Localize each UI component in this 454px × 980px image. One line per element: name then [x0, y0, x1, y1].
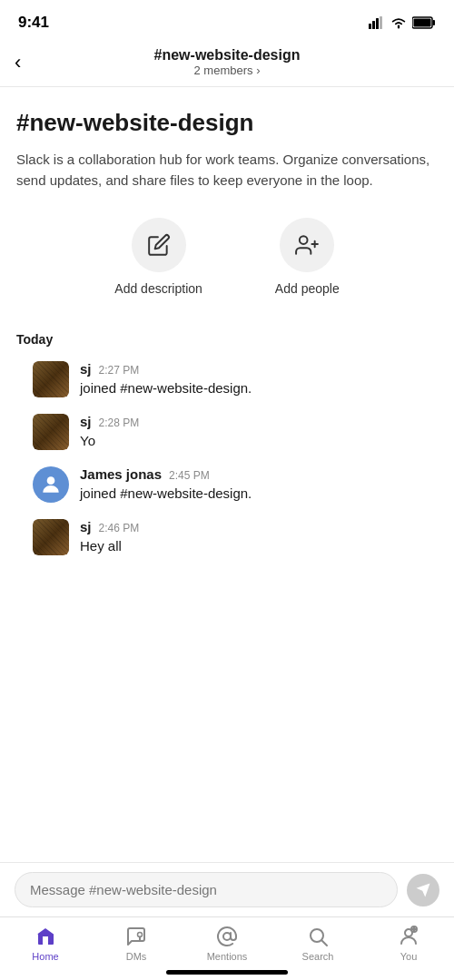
back-button[interactable]: ‹ [15, 51, 21, 74]
status-icons [369, 16, 436, 29]
home-label: Home [32, 951, 58, 962]
svg-point-12 [223, 933, 231, 940]
message-author: sj [80, 519, 92, 534]
add-description-button[interactable]: Add description [114, 218, 202, 296]
message-text: Hey all [80, 536, 421, 555]
sj-avatar [33, 361, 69, 397]
message-meta: sj 2:28 PM [80, 414, 421, 429]
table-row: sj 2:46 PM Hey all [33, 519, 421, 555]
message-author: sj [80, 361, 92, 377]
nav-item-dms[interactable]: DMs [91, 925, 182, 962]
search-label: Search [302, 951, 334, 962]
svg-rect-3 [380, 16, 382, 29]
dms-icon [124, 925, 148, 948]
nav-item-home[interactable]: Home [0, 925, 91, 962]
member-count[interactable]: 2 members › [154, 64, 301, 77]
dms-label: DMs [126, 951, 147, 962]
message-time: 2:27 PM [99, 364, 140, 377]
channel-header: ‹ #new-website-design 2 members › [0, 40, 454, 87]
message-text: joined #new-website-design. [80, 484, 421, 503]
message-author: James jonas [80, 466, 162, 482]
table-row: sj 2:28 PM Yo [33, 414, 421, 450]
status-bar: 9:41 [0, 0, 454, 40]
message-content: James jonas 2:45 PM joined #new-website-… [80, 466, 421, 503]
channel-description-text: Slack is a collaboration hub for work te… [16, 150, 438, 191]
svg-rect-1 [372, 21, 375, 29]
status-time: 9:41 [18, 14, 49, 32]
pencil-icon [147, 233, 171, 257]
add-people-label: Add people [275, 281, 340, 296]
nav-item-mentions[interactable]: Mentions [182, 925, 272, 962]
svg-rect-0 [369, 24, 371, 29]
message-content: sj 2:46 PM Hey all [80, 519, 421, 555]
message-text: Yo [80, 431, 421, 450]
message-time: 2:45 PM [169, 469, 210, 482]
add-description-icon-circle [132, 218, 186, 272]
svg-rect-6 [414, 19, 431, 27]
messages-list: sj 2:27 PM joined #new-website-design. s… [16, 361, 438, 555]
add-person-icon [295, 233, 319, 257]
search-icon [306, 925, 330, 948]
header-channel-name: #new-website-design [154, 47, 301, 64]
message-meta: sj 2:27 PM [80, 361, 421, 377]
battery-icon [412, 16, 436, 29]
message-meta: James jonas 2:45 PM [80, 466, 421, 482]
mentions-icon [215, 925, 239, 948]
send-button[interactable] [407, 874, 439, 906]
message-author: sj [80, 414, 92, 429]
message-time: 2:46 PM [99, 522, 140, 534]
avatar [33, 361, 69, 397]
wifi-icon [390, 16, 407, 29]
table-row: sj 2:27 PM joined #new-website-design. [33, 361, 421, 397]
you-icon [397, 925, 420, 948]
message-input[interactable] [15, 872, 398, 907]
add-people-button[interactable]: Add people [275, 218, 340, 296]
svg-line-14 [322, 941, 328, 946]
send-icon [415, 882, 431, 898]
svg-rect-2 [376, 18, 379, 29]
date-divider: Today [16, 332, 438, 347]
avatar [33, 519, 69, 555]
message-input-bar [0, 862, 454, 916]
table-row: James jonas 2:45 PM joined #new-website-… [33, 466, 421, 503]
message-meta: sj 2:46 PM [80, 519, 421, 534]
add-people-icon-circle [280, 218, 334, 272]
home-indicator [166, 970, 288, 975]
avatar [33, 466, 69, 503]
channel-info-section: #new-website-design Slack is a collabora… [0, 87, 454, 581]
svg-point-10 [47, 476, 55, 485]
channel-title: #new-website-design [16, 109, 438, 137]
header-center: #new-website-design 2 members › [154, 47, 301, 77]
nav-item-search[interactable]: Search [272, 925, 363, 962]
channel-action-buttons: Add description Add people [16, 218, 438, 296]
home-icon [34, 925, 57, 948]
nav-item-you[interactable]: You [363, 925, 454, 962]
message-content: sj 2:28 PM Yo [80, 414, 421, 450]
signal-icon [369, 16, 385, 29]
person-icon [39, 473, 63, 496]
message-text: joined #new-website-design. [80, 378, 421, 397]
message-content: sj 2:27 PM joined #new-website-design. [80, 361, 421, 397]
add-description-label: Add description [114, 281, 202, 296]
james-avatar [33, 466, 69, 503]
mentions-label: Mentions [207, 951, 248, 962]
svg-rect-5 [433, 20, 436, 25]
you-label: You [400, 951, 418, 962]
sj-avatar [33, 414, 69, 450]
avatar [33, 414, 69, 450]
message-time: 2:28 PM [99, 416, 140, 429]
svg-point-7 [300, 236, 308, 244]
sj-avatar [33, 519, 69, 555]
